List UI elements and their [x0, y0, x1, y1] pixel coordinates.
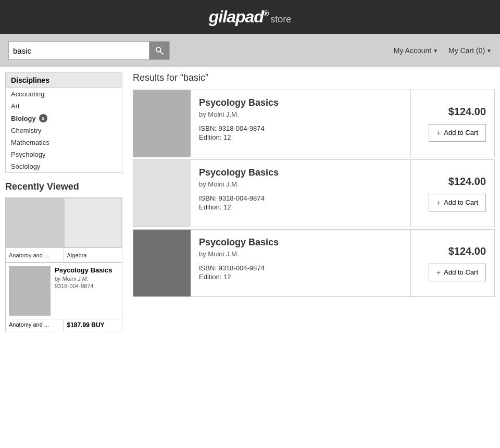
product-price-3: $124.00	[448, 245, 486, 257]
product-action-3: $124.00 + Add to Cart	[411, 230, 494, 296]
recently-viewed-title: Recently Viewed	[5, 181, 122, 192]
sidebar-item-art[interactable]: Art	[6, 100, 122, 112]
search-button[interactable]	[149, 41, 170, 60]
results-query: basic	[183, 72, 205, 83]
product-price-1: $124.00	[448, 106, 486, 118]
my-cart-label: My Cart (0)	[448, 46, 485, 55]
plus-icon-1: +	[436, 129, 441, 137]
sidebar-item-mathematics[interactable]: Mathematics	[6, 136, 122, 148]
results-title: Results for “basic”	[133, 72, 495, 83]
rv-book-isbn: 9318-004-9874	[55, 283, 113, 289]
product-author-1: by Moini J.M.	[199, 110, 402, 118]
product-isbn-3: ISBN: 9318-004-9874	[199, 264, 402, 272]
add-to-cart-button-1[interactable]: + Add to Cart	[429, 124, 486, 142]
add-to-cart-label-1: Add to Cart	[444, 129, 478, 136]
sidebar-item-label: Accounting	[11, 90, 44, 98]
search-bar: My Account ▼ My Cart (0) ▼	[0, 34, 500, 67]
product-price-2: $124.00	[448, 176, 486, 188]
rv-bottom-price[interactable]: $187.99 BUY	[64, 319, 122, 331]
search-input[interactable]	[8, 41, 149, 60]
product-card-3: Psycology Basics by Moini J.M. ISBN: 931…	[133, 229, 495, 297]
sidebar-item-label: Psychology	[11, 151, 45, 158]
product-author-3: by Moini J.M.	[199, 250, 402, 258]
my-account-label: My Account	[394, 46, 431, 55]
sidebar-item-label: Sociology	[11, 163, 40, 170]
product-card-2: Psycology Basics by Moini J.M. ISBN: 931…	[133, 159, 495, 227]
logo[interactable]: gilapad® store	[209, 7, 291, 27]
product-title-2: Psycology Basics	[199, 167, 402, 178]
recently-viewed-grid: Anatomy and ... Algebra Psycology Basics…	[5, 197, 122, 331]
product-card-1: Psycology Basics by Moini J.M. ISBN: 931…	[133, 90, 495, 157]
product-isbn-2: ISBN: 9318-004-9874	[199, 194, 402, 202]
rv-thumb-2[interactable]	[64, 198, 122, 247]
plus-icon-3: +	[436, 268, 441, 277]
product-author-2: by Moini J.M.	[199, 180, 402, 188]
account-dropdown-arrow: ▼	[433, 48, 438, 54]
rv-book-author: by Moini J.M.	[55, 276, 113, 282]
rv-label-1[interactable]: Anatomy and ...	[6, 248, 64, 263]
product-isbn-1: ISBN: 9318-004-9874	[199, 125, 402, 132]
rv-bottom-label: Anatomy and ...	[6, 319, 64, 331]
my-account-link[interactable]: My Account ▼	[394, 46, 438, 55]
add-to-cart-label-2: Add to Cart	[444, 198, 478, 206]
rv-book-thumb	[9, 266, 51, 316]
recently-viewed-section: Recently Viewed Anatomy and ... Algebra	[5, 181, 122, 331]
sidebar-item-label: Chemistry	[11, 127, 42, 134]
product-info-1: Psycology Basics by Moini J.M. ISBN: 931…	[191, 90, 411, 157]
sidebar-item-sociology[interactable]: Sociology	[6, 160, 122, 172]
product-info-2: Psycology Basics by Moini J.M. ISBN: 931…	[191, 160, 411, 227]
svg-line-1	[160, 52, 163, 54]
rv-label-2[interactable]: Algebra	[64, 248, 122, 263]
logo-name: gilapad®	[209, 7, 268, 27]
product-action-2: $124.00 + Add to Cart	[411, 160, 494, 227]
account-cart-area: My Account ▼ My Cart (0) ▼	[394, 46, 492, 55]
product-edition-3: Edition: 12	[199, 273, 402, 281]
rv-book-row: Psycology Basics by Moini J.M. 9318-004-…	[6, 263, 122, 319]
product-edition-1: Edition: 12	[199, 133, 402, 141]
sidebar-item-label: Art	[11, 102, 20, 110]
my-cart-link[interactable]: My Cart (0) ▼	[448, 46, 492, 55]
sidebar: Disciplines Accounting Art Biology x Che…	[0, 72, 128, 331]
product-title-3: Psycology Basics	[199, 237, 402, 248]
product-thumb-3	[133, 230, 191, 296]
plus-icon-2: +	[436, 198, 441, 207]
sidebar-item-psychology[interactable]: Psychology	[6, 148, 122, 160]
add-to-cart-label-3: Add to Cart	[444, 268, 478, 276]
disciplines-box: Disciplines Accounting Art Biology x Che…	[5, 72, 122, 173]
sidebar-item-biology[interactable]: Biology x	[6, 112, 122, 125]
rv-book-details: Psycology Basics by Moini J.M. 9318-004-…	[55, 266, 113, 316]
header: gilapad® store	[0, 0, 500, 34]
rv-thumb-1[interactable]	[6, 198, 64, 247]
sidebar-item-chemistry[interactable]: Chemistry	[6, 125, 122, 136]
search-icon	[155, 46, 164, 55]
main-content: Disciplines Accounting Art Biology x Che…	[0, 67, 500, 337]
sidebar-item-accounting[interactable]: Accounting	[6, 88, 122, 100]
add-to-cart-button-2[interactable]: + Add to Cart	[429, 194, 486, 211]
rv-bottom-row: Anatomy and ... $187.99 BUY	[6, 319, 122, 331]
product-thumb-2	[133, 160, 191, 227]
logo-store: store	[270, 14, 291, 25]
search-wrapper	[8, 41, 170, 60]
rv-book-title: Psycology Basics	[55, 266, 113, 274]
product-edition-2: Edition: 12	[199, 203, 402, 211]
add-to-cart-button-3[interactable]: + Add to Cart	[429, 264, 486, 281]
sidebar-item-label: Biology	[11, 115, 36, 122]
cart-dropdown-arrow: ▼	[486, 48, 492, 54]
results-area: Results for “basic” Psycology Basics by …	[128, 72, 500, 331]
product-title-1: Psycology Basics	[199, 97, 402, 108]
remove-biology-tag[interactable]: x	[39, 114, 47, 122]
disciplines-title: Disciplines	[6, 73, 122, 88]
product-info-3: Psycology Basics by Moini J.M. ISBN: 931…	[191, 230, 411, 296]
product-thumb-1	[133, 90, 191, 157]
sidebar-item-label: Mathematics	[11, 139, 49, 146]
product-action-1: $124.00 + Add to Cart	[411, 90, 494, 157]
